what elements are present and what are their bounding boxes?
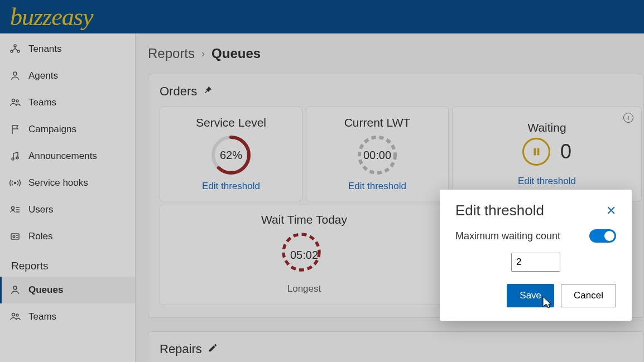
info-icon[interactable]: i (623, 113, 633, 123)
gauge-value: 62% (220, 149, 242, 162)
svg-point-12 (13, 286, 17, 289)
breadcrumb-current: Queues (212, 46, 261, 61)
sidebar-item-users[interactable]: Users (0, 196, 135, 223)
panel-title-orders: Orders (160, 84, 632, 99)
sidebar: Tenants Agents Teams Campaigns Announcem… (0, 33, 136, 362)
panel-repairs: Repairs (148, 331, 644, 362)
svg-rect-19 (537, 148, 540, 156)
modal-title: Edit threshold (455, 202, 544, 219)
broadcast-icon (9, 177, 21, 189)
sidebar-item-teams[interactable]: Teams (0, 89, 135, 116)
panel-title-text: Repairs (160, 342, 202, 356)
card-label: Wait Time Today (261, 213, 347, 226)
pin-icon[interactable] (203, 85, 213, 98)
person-icon (9, 284, 21, 296)
sidebar-item-service-hooks[interactable]: Service hooks (0, 170, 135, 196)
edit-threshold-modal: Edit threshold ✕ Maximum waiting count ▲… (440, 190, 632, 321)
breadcrumb: Reports › Queues (148, 46, 644, 61)
sidebar-item-campaigns[interactable]: Campaigns (0, 116, 135, 143)
svg-point-3 (13, 72, 17, 75)
lwt-gauge: 00:00 (355, 133, 400, 177)
close-icon[interactable]: ✕ (606, 204, 616, 218)
service-level-gauge: 62% (209, 133, 253, 177)
sidebar-item-label: Roles (28, 231, 52, 242)
modal-actions: Save Cancel (455, 284, 616, 307)
svg-point-7 (16, 157, 18, 159)
toggle-switch[interactable] (589, 229, 616, 243)
wait-time-sub: Longest (287, 283, 321, 295)
edit-threshold-link[interactable]: Edit threshold (202, 181, 260, 192)
svg-point-11 (13, 235, 15, 238)
brand-logo: buzzeasy (10, 3, 93, 31)
max-waiting-spinner: ▲ ▼ (511, 253, 560, 272)
org-icon (9, 44, 21, 55)
people-icon (9, 311, 21, 322)
sidebar-item-label: Announcements (28, 151, 97, 162)
waiting-count: 0 (560, 140, 571, 163)
people-icon (9, 97, 21, 108)
svg-point-4 (12, 99, 15, 102)
topbar: buzzeasy (0, 0, 644, 33)
chevron-right-icon: › (201, 48, 205, 60)
sidebar-item-label: Teams (28, 97, 56, 108)
svg-point-6 (12, 158, 14, 160)
sidebar-item-label: Agents (28, 70, 58, 81)
card-label: Service Level (196, 116, 266, 129)
sidebar-item-label: Service hooks (28, 177, 88, 189)
svg-rect-18 (534, 148, 536, 156)
save-button[interactable]: Save (507, 284, 554, 307)
card-service-level: Service Level 62% Edit threshold (160, 107, 302, 201)
users-list-icon (9, 204, 21, 215)
gauge-value: 05:02 (290, 249, 318, 262)
card-row-1: Service Level 62% Edit threshold Current… (160, 107, 632, 201)
sidebar-item-report-teams[interactable]: Teams (0, 303, 135, 330)
edit-threshold-link[interactable]: Edit threshold (518, 176, 576, 187)
sidebar-item-announcements[interactable]: Announcements (0, 143, 135, 170)
sidebar-item-queues[interactable]: Queues (0, 277, 135, 303)
card-label: Waiting (527, 121, 566, 134)
field-label: Maximum waiting count (455, 230, 560, 242)
modal-header: Edit threshold ✕ (455, 202, 616, 219)
person-icon (9, 70, 21, 81)
wait-time-gauge: 05:02 (279, 230, 329, 280)
sidebar-item-tenants[interactable]: Tenants (0, 36, 135, 62)
sidebar-item-label: Queues (28, 284, 63, 296)
svg-point-13 (12, 313, 15, 316)
modal-field-row: Maximum waiting count (455, 229, 616, 243)
music-icon (9, 151, 21, 162)
panel-title-repairs: Repairs (160, 342, 632, 356)
sidebar-item-label: Teams (28, 311, 56, 322)
edit-threshold-link[interactable]: Edit threshold (348, 181, 406, 192)
svg-point-9 (12, 207, 15, 210)
svg-point-14 (16, 314, 18, 316)
max-waiting-input[interactable] (512, 253, 560, 271)
card-label: Current LWT (344, 116, 411, 129)
sidebar-item-roles[interactable]: Roles (0, 223, 135, 250)
panel-title-text: Orders (160, 84, 197, 99)
waiting-value-row: 0 (522, 138, 571, 166)
svg-point-5 (16, 100, 18, 102)
card-current-lwt: Current LWT 00:00 Edit threshold (306, 107, 449, 201)
sidebar-section-reports: Reports (0, 250, 135, 277)
pause-icon (522, 138, 550, 166)
svg-point-8 (15, 182, 16, 184)
cancel-button[interactable]: Cancel (561, 284, 616, 307)
gauge-value: 00:00 (363, 149, 391, 162)
sidebar-item-label: Campaigns (28, 124, 76, 135)
sidebar-item-agents[interactable]: Agents (0, 62, 135, 89)
sidebar-item-label: Tenants (28, 44, 62, 55)
flag-icon (9, 124, 21, 135)
sidebar-item-label: Users (28, 204, 53, 215)
svg-point-0 (14, 45, 16, 47)
edit-icon[interactable] (208, 343, 218, 356)
badge-icon (9, 231, 21, 242)
breadcrumb-parent[interactable]: Reports (148, 46, 195, 61)
card-wait-time-today: Wait Time Today 05:02 Longest (160, 205, 449, 305)
card-waiting: i Waiting 0 Edit threshold (452, 107, 642, 201)
